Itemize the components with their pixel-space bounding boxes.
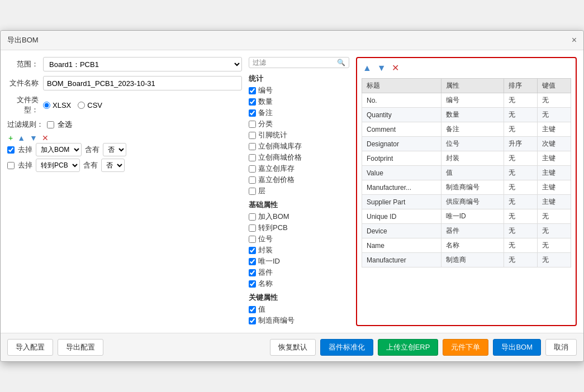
base-cb-5[interactable] [249, 269, 256, 276]
middle-panel: 🔍 统计 编号数量备注分类引脚统计立创商城库存立创商城价格嘉立创库存嘉立创价格层… [249, 57, 349, 326]
filter-row-1-select2[interactable]: 否 [103, 143, 126, 156]
cell-title: Quantity [362, 108, 441, 122]
statistics-item-9[interactable]: 层 [249, 185, 349, 197]
filter-delete-button[interactable]: ✕ [41, 133, 50, 143]
right-down-button[interactable]: ▼ [376, 63, 387, 74]
key-cb-1[interactable] [249, 317, 256, 324]
statistics-cb-4[interactable] [249, 132, 256, 139]
table-row[interactable]: Name名称无无 [362, 238, 571, 253]
table-row[interactable]: Manufacturer...制造商编号无主键 [362, 180, 571, 195]
col-title: 标题 [362, 79, 441, 93]
statistics-item-0[interactable]: 编号 [249, 85, 349, 96]
export-config-button[interactable]: 导出配置 [58, 339, 103, 356]
filetype-xlsx-label[interactable]: XLSX [43, 101, 71, 109]
table-row[interactable]: Device器件无无 [362, 224, 571, 238]
key-cb-0[interactable] [249, 306, 256, 313]
left-panel: 范围： Board1：PCB1 文件名称 文件类型： XLSX [7, 57, 242, 326]
base-cb-3[interactable] [249, 247, 256, 254]
filename-label: 文件名称 [7, 78, 39, 88]
standardize-button[interactable]: 器件标准化 [320, 339, 373, 356]
filter-row-2-select1[interactable]: 转到PCB [36, 159, 80, 172]
filetype-xlsx-radio[interactable] [43, 102, 50, 109]
statistics-cb-0[interactable] [249, 87, 256, 94]
filetype-csv-label[interactable]: CSV [78, 101, 102, 109]
cell-sort: 无 [504, 209, 538, 224]
key-items: 值制造商编号 [249, 304, 349, 326]
statistics-label-0: 编号 [258, 85, 273, 95]
statistics-cb-5[interactable] [249, 143, 256, 150]
statistics-item-8[interactable]: 嘉立创价格 [249, 174, 349, 185]
statistics-cb-3[interactable] [249, 121, 256, 128]
close-button[interactable]: × [572, 36, 577, 45]
statistics-item-6[interactable]: 立创商城价格 [249, 152, 349, 163]
table-row[interactable]: No.编号无无 [362, 93, 571, 108]
statistics-items: 编号数量备注分类引脚统计立创商城库存立创商城价格嘉立创库存嘉立创价格层 [249, 85, 349, 197]
statistics-cb-8[interactable] [249, 176, 256, 184]
base-cb-4[interactable] [249, 258, 256, 265]
table-row[interactable]: Manufacturer制造商无无 [362, 253, 571, 267]
base-item-4[interactable]: 唯一ID [249, 256, 349, 267]
base-cb-6[interactable] [249, 280, 256, 288]
table-row[interactable]: Footprint封装无主键 [362, 151, 571, 166]
cell-sort: 无 [504, 93, 538, 108]
statistics-item-3[interactable]: 分类 [249, 118, 349, 130]
statistics-cb-6[interactable] [249, 154, 256, 161]
filter-row-2-checkbox[interactable] [7, 162, 15, 169]
filetype-csv-radio[interactable] [78, 102, 85, 109]
export-bom-button[interactable]: 导出BOM [493, 339, 541, 356]
filter-row-1-text1: 去掉 [18, 145, 32, 155]
right-delete-button[interactable]: ✕ [391, 63, 400, 74]
base-label-2: 位号 [258, 234, 273, 244]
filter-row-1-select1[interactable]: 加入BOM [36, 143, 82, 156]
base-cb-1[interactable] [249, 224, 256, 232]
key-item-0[interactable]: 值 [249, 304, 349, 315]
base-item-2[interactable]: 位号 [249, 233, 349, 245]
cancel-button[interactable]: 取消 [545, 339, 577, 356]
order-button[interactable]: 元件下单 [443, 339, 488, 356]
statistics-item-4[interactable]: 引脚统计 [249, 130, 349, 141]
search-input[interactable] [253, 59, 337, 66]
filter-row-1-checkbox[interactable] [7, 146, 15, 154]
base-item-3[interactable]: 封装 [249, 245, 349, 256]
base-cb-0[interactable] [249, 213, 256, 221]
upload-erp-button[interactable]: 上传立创ERP [378, 339, 439, 356]
table-row[interactable]: Quantity数量无无 [362, 108, 571, 122]
search-icon: 🔍 [337, 59, 345, 66]
statistics-item-7[interactable]: 嘉立创库存 [249, 163, 349, 174]
statistics-item-2[interactable]: 备注 [249, 107, 349, 118]
filename-input[interactable] [43, 76, 242, 90]
right-up-button[interactable]: ▲ [362, 63, 373, 74]
base-item-0[interactable]: 加入BOM [249, 211, 349, 222]
scope-select[interactable]: Board1：PCB1 [43, 57, 242, 71]
cell-title: Comment [362, 122, 441, 137]
scope-label: 范围： [7, 59, 39, 69]
table-row[interactable]: Designator位号升序次键 [362, 137, 571, 151]
filter-up-button[interactable]: ▲ [16, 133, 26, 143]
statistics-cb-9[interactable] [249, 188, 256, 195]
filter-down-button[interactable]: ▼ [29, 133, 39, 143]
statistics-cb-7[interactable] [249, 165, 256, 173]
filter-row-2-select2[interactable]: 否 [101, 159, 125, 172]
right-panel: ▲ ▼ ✕ 标题 属性 排序 键值 No.编号无无Quantity数量无无Com… [356, 57, 577, 326]
import-config-button[interactable]: 导入配置 [7, 339, 53, 356]
cell-title: Manufacturer... [362, 180, 441, 195]
statistics-cb-2[interactable] [249, 109, 256, 117]
table-row[interactable]: Unique ID唯一ID无无 [362, 209, 571, 224]
cell-property: 器件 [441, 224, 504, 238]
table-row[interactable]: Value值无主键 [362, 166, 571, 180]
statistics-item-1[interactable]: 数量 [249, 96, 349, 107]
restore-default-button[interactable]: 恢复默认 [270, 339, 316, 356]
statistics-cb-1[interactable] [249, 98, 256, 106]
select-all-checkbox[interactable] [47, 121, 54, 128]
base-label-4: 唯一ID [258, 256, 280, 266]
base-item-1[interactable]: 转到PCB [249, 222, 349, 233]
base-item-6[interactable]: 名称 [249, 278, 349, 289]
statistics-label-8: 嘉立创价格 [258, 175, 295, 185]
key-item-1[interactable]: 制造商编号 [249, 315, 349, 326]
filter-add-button[interactable]: + [7, 133, 14, 143]
base-cb-2[interactable] [249, 236, 256, 243]
statistics-item-5[interactable]: 立创商城库存 [249, 141, 349, 152]
base-item-5[interactable]: 器件 [249, 267, 349, 278]
table-row[interactable]: Supplier Part供应商编号无主键 [362, 195, 571, 209]
table-row[interactable]: Comment备注无主键 [362, 122, 571, 137]
